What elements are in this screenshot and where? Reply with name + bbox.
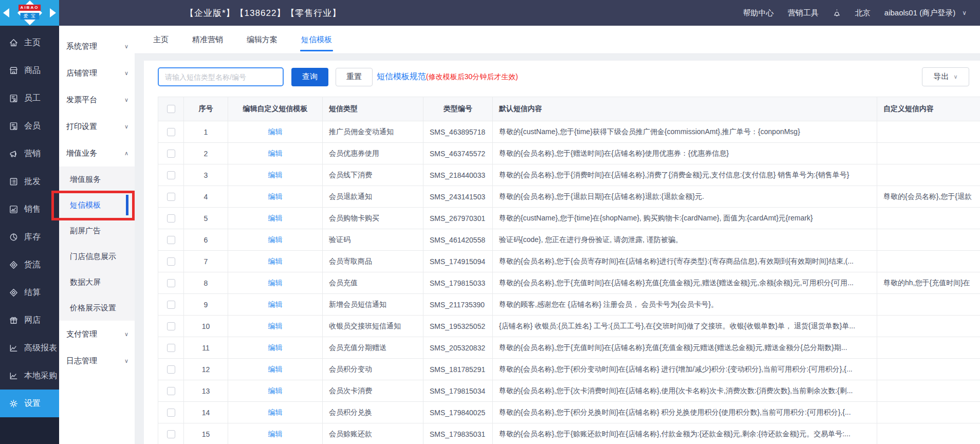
left-nav-item[interactable]: 销售 xyxy=(0,195,59,223)
edit-link[interactable]: 编辑 xyxy=(268,386,283,395)
left-nav-item[interactable]: 员工 xyxy=(0,84,59,112)
subnav-item[interactable]: 副屏广告 xyxy=(59,218,135,244)
reset-button[interactable]: 重置 xyxy=(336,68,373,86)
row-checkbox[interactable] xyxy=(167,236,175,244)
edit-link[interactable]: 编辑 xyxy=(268,300,283,308)
sms-type-cell: 会员积分变动 xyxy=(323,359,423,380)
subnav-item[interactable]: 系统管理 ∨ xyxy=(59,33,135,60)
chevron-down-icon[interactable]: ∨ xyxy=(962,9,967,16)
export-button[interactable]: 导出 ∨ xyxy=(922,67,969,86)
left-nav-item[interactable]: 批发 xyxy=(0,168,59,195)
sms-type-cell: 会员次卡消费 xyxy=(323,380,423,402)
edit-link[interactable]: 编辑 xyxy=(268,235,283,244)
edit-link[interactable]: 编辑 xyxy=(268,171,283,179)
left-nav-item[interactable]: 主页 xyxy=(0,29,59,57)
marketing-tools-link[interactable]: 营销工具 xyxy=(788,8,819,18)
row-index-cell: 12 xyxy=(184,359,228,380)
default-content-cell: 尊敬的顾客,感谢您在 {店铺名称} 注册会员， 会员卡号为{会员卡号}。 xyxy=(493,294,877,316)
left-nav-item[interactable]: 高级报表 xyxy=(0,334,59,362)
help-center-link[interactable]: 帮助中心 xyxy=(743,8,774,18)
sms-template-rules-link[interactable]: 短信模板规范 xyxy=(377,71,426,82)
row-index-cell: 8 xyxy=(184,272,228,294)
row-checkbox[interactable] xyxy=(167,257,175,266)
edit-link[interactable]: 编辑 xyxy=(268,192,283,200)
user-account-menu[interactable]: aibaols01 (商户登录) xyxy=(884,8,955,18)
row-checkbox[interactable] xyxy=(167,387,175,395)
row-checkbox[interactable] xyxy=(167,430,175,438)
left-nav-item[interactable]: 结算 xyxy=(0,279,59,306)
row-index-cell: 10 xyxy=(184,316,228,337)
query-button[interactable]: 查询 xyxy=(291,68,328,86)
subnav-item[interactable]: 打印设置 ∨ xyxy=(59,113,135,140)
notification-bell-icon[interactable] xyxy=(833,8,841,18)
city-selector[interactable]: 北京 xyxy=(855,8,871,18)
custom-content-cell xyxy=(877,251,980,272)
edit-link[interactable]: 编辑 xyxy=(268,365,283,373)
type-code-cell: SMS_195325052 xyxy=(423,316,493,337)
row-checkbox[interactable] xyxy=(167,344,175,352)
topbar: AIBAO 爱宝 【企业版*】【138622】【零售行业】 帮助中心 营销工具 … xyxy=(0,0,980,26)
subnav-item[interactable]: 价格展示设置 xyxy=(59,295,135,321)
tab-item[interactable]: 精准营销 xyxy=(192,26,223,53)
row-checkbox[interactable] xyxy=(167,150,175,158)
subnav-item[interactable]: 门店信息展示 xyxy=(59,244,135,269)
inventory-pie-icon xyxy=(9,232,19,242)
custom-content-cell xyxy=(877,229,980,251)
edit-link[interactable]: 编辑 xyxy=(268,430,283,438)
subnav-item[interactable]: 店铺管理 ∨ xyxy=(59,60,135,86)
edit-link[interactable]: 编辑 xyxy=(268,408,283,416)
subnav-item[interactable]: 短信模板 xyxy=(59,192,135,218)
left-nav-item[interactable]: 库存 xyxy=(0,223,59,251)
table-row: 8 编辑 会员充值 SMS_179815033 尊敬的{会员名称},您于{充值时… xyxy=(158,272,980,294)
subnav-item[interactable]: 数据大屏 xyxy=(59,269,135,295)
left-nav-item[interactable]: 商品 xyxy=(0,57,59,84)
edit-link[interactable]: 编辑 xyxy=(268,127,283,136)
purchase-line-icon xyxy=(9,371,19,381)
row-checkbox[interactable] xyxy=(167,171,175,179)
edit-link[interactable]: 编辑 xyxy=(268,149,283,157)
row-index-cell: 15 xyxy=(184,423,228,444)
row-checkbox[interactable] xyxy=(167,279,175,287)
home-icon xyxy=(9,38,19,48)
row-checkbox[interactable] xyxy=(167,128,175,136)
subnav-item[interactable]: 日志管理 ∨ xyxy=(59,347,135,374)
search-input[interactable] xyxy=(158,67,284,86)
row-checkbox[interactable] xyxy=(167,214,175,223)
edit-link[interactable]: 编辑 xyxy=(268,322,283,330)
tab-label: 精准营销 xyxy=(192,35,223,45)
row-checkbox[interactable] xyxy=(167,365,175,374)
tab-label: 短信模板 xyxy=(301,35,332,45)
settings-submenu: 系统管理 ∨ 店铺管理 ∨ 发票平台 ∨ 打印设置 ∨ 增值业务 ∧ 增值服务 xyxy=(59,26,135,444)
row-checkbox[interactable] xyxy=(167,409,175,417)
table-row: 4 编辑 会员退款通知 SMS_243141503 尊敬的{会员名称},您于{退… xyxy=(158,186,980,208)
row-checkbox[interactable] xyxy=(167,322,175,330)
subnav-item[interactable]: 支付管理 ∨ xyxy=(59,321,135,347)
left-nav-item[interactable]: 网店 xyxy=(0,306,59,334)
left-nav-item[interactable]: 货流 xyxy=(0,251,59,279)
subnav-item-label: 系统管理 xyxy=(66,42,97,51)
edit-link[interactable]: 编辑 xyxy=(268,257,283,265)
left-nav-item[interactable]: 设置 xyxy=(0,390,59,417)
subnav-item[interactable]: 增值业务 ∧ xyxy=(59,140,135,166)
left-nav-item[interactable]: 会员 xyxy=(0,112,59,140)
gear-icon xyxy=(9,399,19,409)
subnav-item[interactable]: 增值服务 xyxy=(59,166,135,192)
tab-item[interactable]: 短信模板 xyxy=(301,26,332,53)
chevron-icon: ∨ xyxy=(124,43,128,50)
select-all-checkbox[interactable] xyxy=(167,105,175,113)
left-nav-item[interactable]: 本地采购 xyxy=(0,362,59,390)
subnav-item[interactable]: 发票平台 ∨ xyxy=(59,86,135,113)
tab-item[interactable]: 编辑方案 xyxy=(247,26,278,53)
edit-link[interactable]: 编辑 xyxy=(268,279,283,287)
default-content-cell: 尊敬的{会员名称},您于{会员寄存时间}在{店铺名称}进行{寄存类型}:{寄存商… xyxy=(493,251,877,272)
row-index-cell: 14 xyxy=(184,402,228,423)
row-checkbox[interactable] xyxy=(167,301,175,309)
type-code-cell: SMS_218440033 xyxy=(423,164,493,186)
default-content-cell: 验证码{code}, 您正在进行身份验证, 请勿泄露, 谨防被骗。 xyxy=(493,229,877,251)
tab-label: 主页 xyxy=(153,35,169,45)
tab-item[interactable]: 主页 xyxy=(153,26,169,53)
edit-link[interactable]: 编辑 xyxy=(268,214,283,222)
row-checkbox[interactable] xyxy=(167,193,175,201)
edit-link[interactable]: 编辑 xyxy=(268,343,283,351)
left-nav-item[interactable]: 营销 xyxy=(0,140,59,168)
